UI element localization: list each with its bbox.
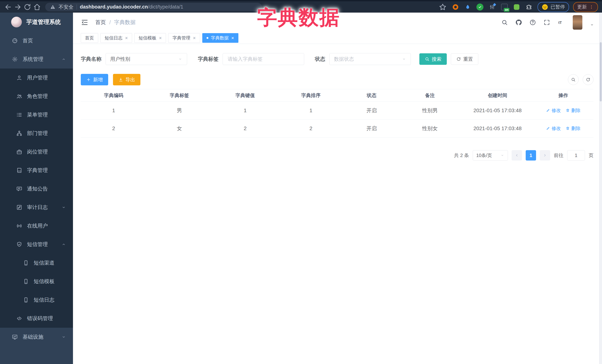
tab-close-icon[interactable]: ×	[159, 36, 162, 40]
add-button[interactable]: 新增	[81, 74, 108, 85]
sidebar-item[interactable]: 字典管理	[0, 161, 73, 180]
green-check-extension-icon[interactable]	[476, 3, 484, 11]
search-icon[interactable]	[501, 19, 508, 26]
chevron-down-icon	[500, 153, 504, 157]
address-bar[interactable]: 不安全 dashboard.yudao.iocoder.cn/dict/type…	[45, 3, 262, 11]
refresh-icon	[586, 77, 591, 82]
sidebar-item[interactable]: 首页	[0, 31, 73, 50]
orange-ring-extension-icon[interactable]	[452, 3, 459, 11]
smiley-extension-icon	[542, 4, 548, 10]
browser-back-button[interactable]	[4, 3, 12, 11]
collapse-sidebar-icon[interactable]	[81, 19, 88, 26]
tab[interactable]: 短信模板×	[134, 33, 166, 43]
sidebar-item[interactable]: 错误码管理	[0, 309, 73, 328]
table-row: 2女22开启性别女2021-01-05 17:03:48修改删除	[81, 120, 593, 137]
dict-tag-input[interactable]	[227, 56, 300, 62]
app-logo[interactable]: 芋道管理系统	[0, 13, 73, 31]
next-page-button[interactable]	[540, 150, 550, 161]
sidebar-item[interactable]: 基础设施	[0, 328, 73, 346]
table-cell: 1	[278, 108, 344, 114]
dict-data-table: 字典编码字典标签字典键值字典排序状态备注创建时间操作 1男11开启性别男2021…	[81, 89, 593, 137]
scrollbar-thumb[interactable]	[600, 42, 602, 102]
chevron-down-icon	[402, 57, 406, 61]
reset-button[interactable]: 重置	[451, 53, 478, 65]
action-label: 修改	[552, 107, 561, 114]
sidebar-item[interactable]: 审计日志	[0, 198, 73, 217]
sidebar-item[interactable]: 岗位管理	[0, 143, 73, 161]
sidebar-item-label: 短信模板	[34, 278, 54, 285]
tab-active[interactable]: 字典数据×	[202, 33, 238, 43]
message-icon	[16, 186, 22, 192]
delete-link[interactable]: 删除	[566, 107, 580, 114]
table-header-cell: 操作	[535, 92, 592, 99]
tab-label: 字典管理	[172, 35, 190, 41]
code-icon	[16, 315, 22, 322]
github-icon[interactable]	[515, 19, 522, 26]
table-header-cell: 字典键值	[212, 92, 278, 99]
refresh-icon	[456, 57, 461, 62]
sidebar-item[interactable]: 短信日志	[0, 291, 73, 309]
action-label: 修改	[552, 125, 561, 131]
breadcrumb-separator: /	[109, 20, 111, 26]
toggle-search-button[interactable]	[568, 74, 579, 85]
refresh-table-button[interactable]	[583, 74, 593, 85]
table-header-cell: 字典标签	[147, 92, 212, 99]
tab-close-icon[interactable]: ×	[193, 36, 196, 40]
dict-name-value: 用户性别	[110, 56, 130, 62]
table-cell: 1	[212, 108, 278, 114]
goto-page-input[interactable]	[567, 150, 585, 161]
tab[interactable]: 字典管理×	[168, 33, 200, 43]
tab-close-icon[interactable]: ×	[231, 36, 234, 40]
address-bar-divider	[76, 4, 77, 10]
breadcrumb-home[interactable]: 首页	[95, 19, 106, 26]
status-select[interactable]: 数据状态	[329, 53, 411, 65]
font-size-icon[interactable]: tT	[558, 19, 564, 26]
delete-link[interactable]: 删除	[566, 125, 580, 131]
table-cell: 女	[147, 125, 212, 132]
sidebar-item[interactable]: 用户管理	[0, 69, 73, 87]
edit-link[interactable]: 修改	[546, 125, 561, 131]
sidebar-item[interactable]: 菜单管理	[0, 105, 73, 124]
sidebar-item[interactable]: 短信管理	[0, 235, 73, 254]
sidebar-item[interactable]: 通知公告	[0, 180, 73, 198]
browser-reload-button[interactable]	[23, 3, 32, 11]
dict-name-select[interactable]: 用户性别	[106, 53, 187, 65]
on-badge-extension-icon[interactable]: on	[501, 3, 508, 11]
dict-tag-input-wrap	[223, 53, 304, 65]
tab-close-icon[interactable]: ×	[125, 36, 128, 40]
current-page[interactable]: 1	[526, 150, 536, 161]
paused-extension-badge[interactable]: 已暂停	[538, 2, 569, 12]
edit-link[interactable]: 修改	[546, 107, 561, 114]
page-url: dashboard.yudao.iocoder.cn/dict/type/dat…	[80, 4, 183, 10]
sidebar-item[interactable]: 短信渠道	[0, 254, 73, 272]
browser-update-button[interactable]: 更新	[573, 2, 598, 12]
page-scrollbar[interactable]	[599, 13, 602, 364]
browser-menu-icon[interactable]	[589, 5, 594, 10]
green-extension-icon[interactable]	[513, 3, 520, 11]
sidebar-item[interactable]: 部门管理	[0, 124, 73, 143]
sidebar-item[interactable]: 短信模板	[0, 272, 73, 291]
sidebar-item[interactable]: 角色管理	[0, 87, 73, 105]
puzzle-extensions-icon[interactable]	[525, 3, 533, 11]
monitor-icon	[12, 334, 18, 340]
bookmark-star-icon[interactable]	[439, 3, 447, 11]
browser-forward-button[interactable]	[14, 3, 22, 11]
tab[interactable]: 短信日志×	[100, 33, 132, 43]
table-cell: 开启	[344, 125, 399, 132]
search-button[interactable]: 搜索	[419, 53, 447, 65]
help-icon[interactable]	[529, 19, 536, 26]
tab[interactable]: 首页	[81, 33, 98, 43]
user-menu-caret-icon[interactable]	[590, 23, 594, 27]
prev-page-button[interactable]	[512, 150, 522, 161]
sidebar-item[interactable]: 在线用户	[0, 217, 73, 235]
blue-droplet-extension-icon[interactable]	[464, 3, 472, 11]
book-icon	[16, 167, 22, 173]
page-size-select[interactable]: 10条/页	[473, 150, 508, 161]
browser-home-button[interactable]	[33, 3, 41, 11]
sidebar-item[interactable]: 系统管理	[0, 50, 73, 69]
fullscreen-icon[interactable]	[543, 19, 550, 26]
sidebar-item-label: 岗位管理	[27, 148, 48, 155]
sliders-extension-icon[interactable]	[488, 3, 496, 11]
export-button[interactable]: 导出	[113, 74, 140, 85]
user-avatar[interactable]	[573, 15, 582, 30]
